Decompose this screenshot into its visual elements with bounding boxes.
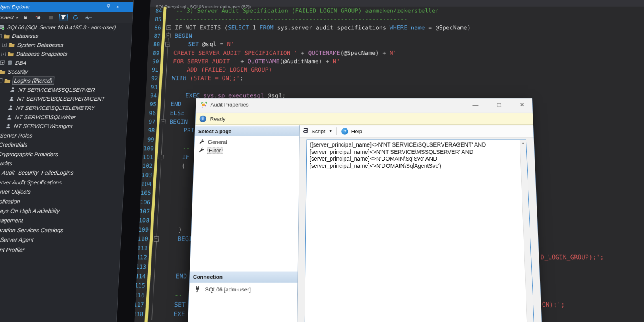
fold-collapse-icon[interactable]: − <box>154 236 159 241</box>
tree-item[interactable]: −SQL06 (SQL Server 16.0.4185.3 - adm-use… <box>0 23 116 32</box>
stop-icon[interactable] <box>46 14 56 21</box>
minimize-button[interactable]: — <box>469 98 483 111</box>
tree-item[interactable]: XEvent Profiler <box>0 245 25 254</box>
tree-item[interactable]: Server Objects <box>0 187 31 196</box>
page-item-general[interactable]: General <box>194 138 299 147</box>
fold-collapse-icon[interactable]: − <box>161 120 166 124</box>
code-line[interactable]: 86−IF NOT EXISTS (SELECT 1 FROM sys.serv… <box>148 23 644 32</box>
connect-plug-icon[interactable] <box>21 14 31 21</box>
tree-item[interactable]: −Databases <box>0 32 39 40</box>
plug-icon <box>194 285 201 293</box>
connection-header: Connection <box>190 272 298 283</box>
close-button[interactable]: × <box>515 98 529 111</box>
editor-tab-title[interactable]: SQLQuery4.sql - SQL06.master (adm-user (… <box>155 4 251 9</box>
tree-item-label: Database Snapshots <box>16 51 68 57</box>
activity-monitor-icon[interactable] <box>83 14 92 21</box>
filter-icon[interactable] <box>58 14 68 21</box>
code-text: WITH (STATE = ON);'; <box>172 74 244 83</box>
code-line[interactable]: 87−BEGIN <box>148 32 644 40</box>
tree-item[interactable]: Server Audit Specifications <box>0 178 62 187</box>
tree-item[interactable]: Management <box>0 216 23 225</box>
tree-item[interactable]: Always On High Availability <box>0 206 60 215</box>
code-text: END <box>161 272 187 281</box>
tree-item[interactable]: −Security <box>0 68 28 76</box>
collapse-icon[interactable]: − <box>0 78 3 83</box>
tree-item[interactable]: +DBA <box>0 58 27 67</box>
code-line[interactable]: 88− SET @sql = N' <box>147 40 644 49</box>
tree-item[interactable]: Audit_Security_FailedLogins <box>0 168 74 177</box>
collapse-icon[interactable]: − <box>0 34 2 38</box>
tree-item-label: Audit_Security_FailedLogins <box>2 169 74 176</box>
tree-item-label: NT SERVICE\SQLTELEMETRY <box>16 105 95 111</box>
folder-icon <box>7 51 14 57</box>
page-item-filter[interactable]: Filter <box>194 146 299 155</box>
tree-item[interactable]: +System Databases <box>0 41 64 49</box>
fold-collapse-icon[interactable]: − <box>165 42 170 46</box>
tree-item[interactable]: Integration Services Catalogs <box>0 225 64 235</box>
code-line[interactable]: 93 <box>144 83 644 91</box>
tree-item[interactable]: NT SERVICE\SQLSERVERAGENT <box>0 95 105 103</box>
fold-collapse-icon[interactable]: − <box>166 25 171 30</box>
tree-item[interactable]: NT SERVICE\SQLTELEMETRY <box>0 103 95 112</box>
pin-icon[interactable] <box>107 2 111 12</box>
tree-item[interactable]: −Logins (filtered) <box>0 76 54 85</box>
tree-item[interactable]: SQL Server Agent <box>0 235 34 244</box>
help-button[interactable]: Help <box>351 128 362 134</box>
fold-collapse-icon[interactable]: − <box>159 155 164 159</box>
tree-item-label: NT SERVICE\Winmgmt <box>14 123 73 130</box>
line-number: 90 <box>146 57 159 66</box>
close-icon[interactable]: × <box>116 2 120 12</box>
line-number: 93 <box>144 83 158 91</box>
connection-name: SQL06 [adm-user] <box>205 286 251 293</box>
code-line[interactable]: 91 ADD (FAILED_LOGIN_GROUP) <box>146 66 644 74</box>
filter-expression-textbox[interactable]: ([server_principal_name]<>N'NT SERVICE\S… <box>304 140 535 322</box>
expand-icon[interactable]: + <box>1 52 6 56</box>
dialog-title: Audit Properties <box>210 102 248 108</box>
tree-item-label: Audits <box>0 160 12 167</box>
tree-item[interactable]: Replication <box>0 197 21 206</box>
object-explorer-panel: Object Explorer × Connect ▾ <box>0 0 134 322</box>
tree-item-label: Always On High Availability <box>0 208 60 214</box>
tree-item[interactable]: Credentials <box>0 140 28 149</box>
line-number: 88 <box>147 40 160 49</box>
tree-item[interactable]: Cryptographic Providers <box>0 150 59 159</box>
fold-collapse-icon[interactable]: − <box>166 34 171 38</box>
disconnect-plug-icon[interactable] <box>34 14 43 21</box>
folder-icon <box>8 42 15 48</box>
server-icon <box>0 24 5 30</box>
chevron-down-icon[interactable]: ▼ <box>329 129 332 133</box>
code-text: -- <box>168 144 190 153</box>
script-icon <box>302 128 309 135</box>
dialog-content-pane: Script ▼ ? Help ([server_principal_name]… <box>297 125 543 322</box>
tree-item[interactable]: NT SERVICE\Winmgmt <box>0 122 73 131</box>
code-line[interactable]: 92WITH (STATE = ON);'; <box>145 74 644 83</box>
code-line[interactable]: 89CREATE SERVER AUDIT SPECIFICATION ' + … <box>147 49 644 57</box>
code-text: FOR SERVER AUDIT ' + QUOTENAME(@AuditNam… <box>173 57 340 66</box>
maximize-button[interactable]: □ <box>492 98 506 111</box>
line-number: 95 <box>143 100 157 109</box>
code-text: PRI <box>169 126 194 135</box>
expand-icon[interactable]: + <box>2 43 7 47</box>
code-text: ( <box>167 161 185 170</box>
code-text: END <box>170 100 182 109</box>
code-line[interactable]: 90FOR SERVER AUDIT ' + QUOTENAME(@AuditN… <box>146 57 644 66</box>
dialog-titlebar[interactable]: Audit Properties — □ × <box>196 98 532 112</box>
tree-item-label: NT SERVICE\SQLSERVERAGENT <box>17 96 105 102</box>
screenshot-root: Object Explorer × Connect ▾ <box>0 0 644 322</box>
code-text: BEGIN <box>169 118 188 126</box>
tree-item-label: SQL06 (SQL Server 16.0.4185.3 - adm-user… <box>7 24 116 30</box>
tree-item[interactable]: Server Roles <box>0 131 33 140</box>
code-line[interactable]: 85--------------------------------------… <box>149 15 644 23</box>
tree-item[interactable]: NT SERVICE\MSSQLSERVER <box>0 85 95 94</box>
tree-item[interactable]: NT SERVICE\SQLWriter <box>0 113 76 121</box>
connect-button[interactable]: Connect ▾ <box>0 15 18 20</box>
refresh-icon[interactable] <box>71 14 80 21</box>
folder-icon <box>0 68 6 74</box>
tree-item-label: Logins (filtered) <box>12 77 54 84</box>
script-button[interactable]: Script <box>312 128 325 134</box>
tree-item[interactable]: +Database Snapshots <box>0 50 68 58</box>
scroll-up-icon[interactable]: ▲ <box>520 141 526 145</box>
expand-icon[interactable]: + <box>0 61 5 65</box>
tree-item[interactable]: Audits <box>0 159 13 168</box>
wrench-icon <box>198 138 205 146</box>
